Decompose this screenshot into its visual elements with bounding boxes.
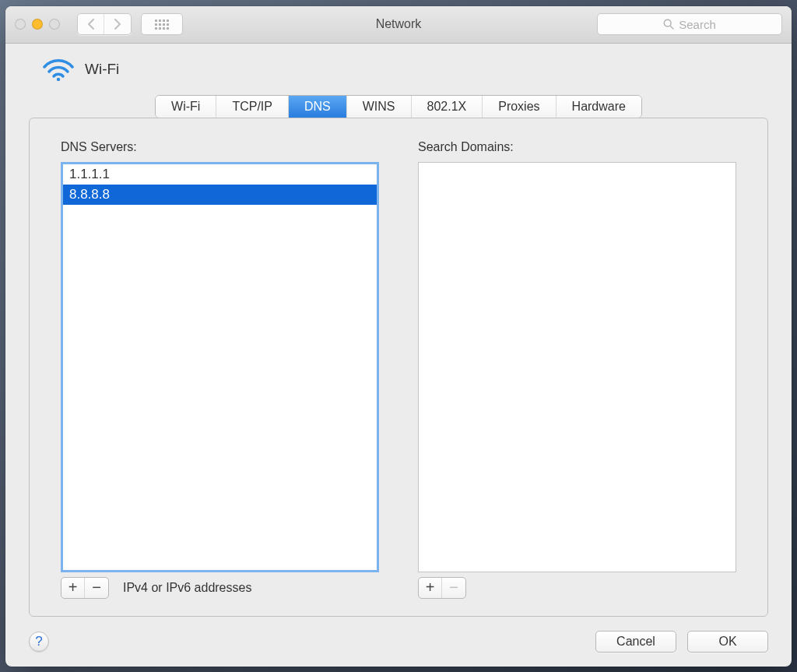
footer: ? Cancel OK [29, 631, 768, 653]
tab-802-1x[interactable]: 802.1X [412, 96, 483, 118]
svg-line-1 [670, 26, 673, 29]
nav-forward-button[interactable] [104, 14, 131, 34]
zoom-window-button[interactable] [49, 19, 60, 30]
add-dns-server-button[interactable]: + [61, 578, 85, 598]
dns-server-item[interactable]: 1.1.1.1 [63, 164, 377, 185]
show-all-button[interactable] [141, 13, 183, 35]
remove-search-domain-button: − [442, 578, 465, 598]
help-button[interactable]: ? [29, 632, 49, 652]
dns-servers-column: DNS Servers: 1.1.1.18.8.8.8 + − IPv4 or … [61, 140, 379, 599]
domains-plus-minus-group: + − [418, 577, 466, 599]
chevron-right-icon [114, 19, 121, 30]
dns-servers-label: DNS Servers: [61, 140, 379, 154]
footer-buttons: Cancel OK [595, 631, 768, 653]
titlebar: Network Search [5, 6, 792, 44]
tab-tcp-ip[interactable]: TCP/IP [216, 96, 289, 118]
search-placeholder: Search [679, 18, 716, 31]
nav-back-button[interactable] [78, 14, 104, 34]
dns-server-item[interactable]: 8.8.8.8 [63, 185, 377, 205]
add-search-domain-button[interactable]: + [419, 578, 442, 598]
tab-hardware[interactable]: Hardware [556, 96, 641, 118]
dns-servers-listbox[interactable]: 1.1.1.18.8.8.8 [61, 162, 379, 572]
search-domains-label: Search Domains: [418, 140, 736, 154]
tab-dns[interactable]: DNS [289, 96, 347, 118]
dns-servers-controls: + − IPv4 or IPv6 addresses [61, 577, 379, 599]
window-title: Network [376, 17, 422, 31]
search-icon [663, 19, 674, 30]
chevron-left-icon [87, 19, 95, 30]
minimize-window-button[interactable] [32, 19, 43, 30]
wifi-icon [43, 58, 74, 81]
remove-dns-server-button[interactable]: − [85, 578, 108, 598]
dns-plus-minus-group: + − [61, 577, 109, 599]
nav-back-forward-group [77, 13, 132, 35]
tab-wi-fi[interactable]: Wi-Fi [156, 96, 216, 118]
cancel-button[interactable]: Cancel [595, 631, 676, 653]
search-domains-listbox[interactable] [418, 162, 736, 572]
content-area: Wi-Fi Wi-FiTCP/IPDNSWINS802.1XProxiesHar… [5, 44, 792, 667]
svg-point-2 [57, 77, 60, 80]
search-input[interactable]: Search [597, 13, 782, 35]
dns-panel: DNS Servers: 1.1.1.18.8.8.8 + − IPv4 or … [29, 118, 768, 617]
ok-button[interactable]: OK [687, 631, 768, 653]
search-domains-column: Search Domains: + − [418, 140, 736, 599]
close-window-button[interactable] [15, 19, 26, 30]
grid-icon [155, 19, 169, 30]
preferences-window: Network Search Wi-Fi Wi-FiTCP/IPDNSWINS8… [5, 6, 792, 667]
tab-bar: Wi-FiTCP/IPDNSWINS802.1XProxiesHardware [29, 95, 768, 118]
search-domains-controls: + − [418, 577, 736, 599]
dns-hint-text: IPv4 or IPv6 addresses [123, 581, 251, 595]
interface-header: Wi-Fi [43, 58, 768, 81]
traffic-lights [15, 19, 60, 30]
tab-wins[interactable]: WINS [347, 96, 412, 118]
tab-proxies[interactable]: Proxies [483, 96, 556, 118]
interface-label: Wi-Fi [85, 61, 119, 78]
